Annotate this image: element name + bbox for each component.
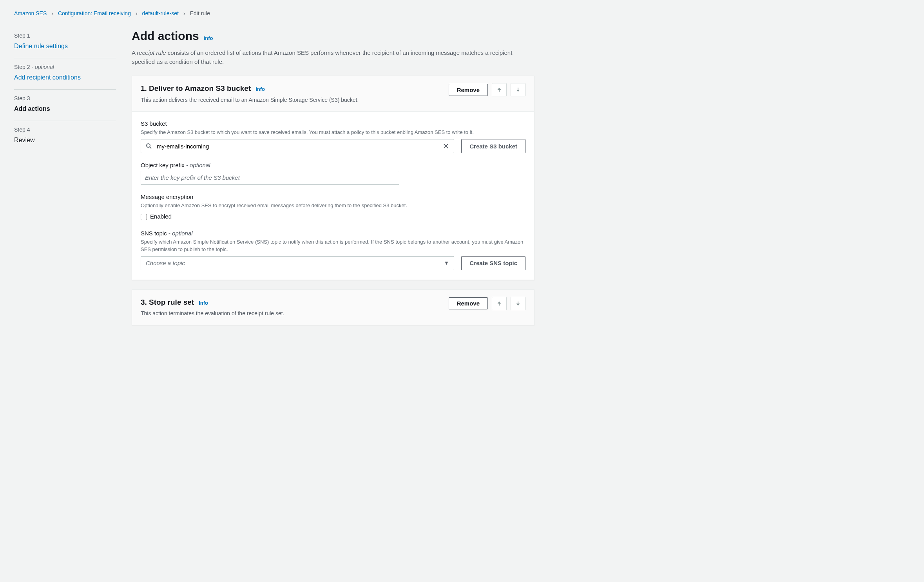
page-description: A receipt rule consists of an ordered li…: [132, 49, 534, 66]
field-message-encryption: Message encryption Optionally enable Ama…: [141, 193, 525, 221]
card-title: 3. Stop rule set: [141, 297, 194, 308]
field-hint: Optionally enable Amazon SES to encrypt …: [141, 202, 525, 209]
breadcrumb-default-rule-set[interactable]: default-rule-set: [142, 9, 179, 18]
arrow-down-icon: [515, 87, 521, 92]
arrow-up-icon: [496, 87, 502, 92]
object-key-prefix-input[interactable]: [141, 171, 399, 185]
step-title-add-actions: Add actions: [14, 104, 116, 114]
step-title-add-recipient-conditions[interactable]: Add recipient conditions: [14, 73, 116, 82]
info-link[interactable]: Info: [199, 299, 208, 307]
page-header: Add actions Info A receipt rule consists…: [132, 27, 534, 66]
search-icon: [141, 143, 155, 149]
step-label: Step 3: [14, 94, 116, 103]
caret-down-icon: ▼: [444, 259, 449, 267]
step-label: Step 4: [14, 126, 116, 134]
arrow-down-icon: [515, 301, 521, 306]
step-title-review: Review: [14, 136, 116, 145]
breadcrumb: Amazon SES › Configuration: Email receiv…: [14, 9, 534, 18]
info-link[interactable]: Info: [204, 34, 213, 42]
wizard-steps-sidebar: Step 1 Define rule settings Step 2 - opt…: [14, 27, 116, 334]
step-title-define-rule-settings[interactable]: Define rule settings: [14, 42, 116, 51]
field-label: Message encryption: [141, 193, 525, 202]
field-hint: Specify the Amazon S3 bucket to which yo…: [141, 129, 525, 136]
card-header: 1. Deliver to Amazon S3 bucket Info This…: [132, 76, 534, 112]
main-content: Add actions Info A receipt rule consists…: [132, 27, 534, 334]
s3-bucket-input-wrap: [141, 139, 454, 153]
card-subtitle: This action delivers the received email …: [141, 96, 441, 104]
action-card-stop-rule-set: 3. Stop rule set Info This action termin…: [132, 289, 534, 325]
step-label: Step 2 - optional: [14, 63, 116, 71]
info-link[interactable]: Info: [255, 85, 265, 93]
create-s3-bucket-button[interactable]: Create S3 bucket: [461, 139, 525, 153]
field-object-key-prefix: Object key prefix - optional: [141, 161, 525, 185]
clear-icon[interactable]: [438, 143, 454, 149]
action-card-s3: 1. Deliver to Amazon S3 bucket Info This…: [132, 76, 534, 280]
move-up-button[interactable]: [492, 83, 507, 96]
card-header: 3. Stop rule set Info This action termin…: [132, 290, 534, 325]
arrow-up-icon: [496, 301, 502, 306]
page-title: Add actions: [132, 27, 199, 45]
breadcrumb-email-receiving[interactable]: Configuration: Email receiving: [58, 9, 131, 18]
breadcrumb-amazon-ses[interactable]: Amazon SES: [14, 9, 47, 18]
sns-topic-select[interactable]: Choose a topic ▼: [141, 256, 454, 270]
move-down-button[interactable]: [511, 83, 525, 96]
field-hint: Specify which Amazon Simple Notification…: [141, 239, 525, 253]
wizard-step-1: Step 1 Define rule settings: [14, 27, 116, 58]
field-label: S3 bucket: [141, 119, 525, 128]
field-s3-bucket: S3 bucket Specify the Amazon S3 bucket t…: [141, 119, 525, 154]
wizard-step-3: Step 3 Add actions: [14, 90, 116, 121]
card-subtitle: This action terminates the evaluation of…: [141, 309, 441, 318]
step-label: Step 1: [14, 32, 116, 40]
field-label: Object key prefix - optional: [141, 161, 525, 170]
chevron-right-icon: ›: [51, 9, 53, 18]
encryption-enabled-checkbox[interactable]: [141, 214, 147, 220]
encryption-enabled-label[interactable]: Enabled: [150, 212, 172, 221]
move-down-button[interactable]: [511, 297, 525, 310]
create-sns-topic-button[interactable]: Create SNS topic: [461, 256, 525, 270]
wizard-step-2: Step 2 - optional Add recipient conditio…: [14, 58, 116, 90]
svg-line-1: [150, 147, 151, 148]
remove-button[interactable]: Remove: [449, 84, 488, 96]
breadcrumb-current: Edit rule: [190, 9, 210, 18]
wizard-step-4: Step 4 Review: [14, 121, 116, 152]
chevron-right-icon: ›: [183, 9, 185, 18]
select-placeholder: Choose a topic: [146, 259, 444, 268]
field-label: SNS topic - optional: [141, 229, 525, 238]
remove-button[interactable]: Remove: [449, 297, 488, 309]
s3-bucket-input[interactable]: [155, 141, 438, 152]
svg-point-0: [147, 144, 150, 147]
chevron-right-icon: ›: [136, 9, 138, 18]
field-sns-topic: SNS topic - optional Specify which Amazo…: [141, 229, 525, 270]
move-up-button[interactable]: [492, 297, 507, 310]
card-title: 1. Deliver to Amazon S3 bucket: [141, 83, 251, 94]
